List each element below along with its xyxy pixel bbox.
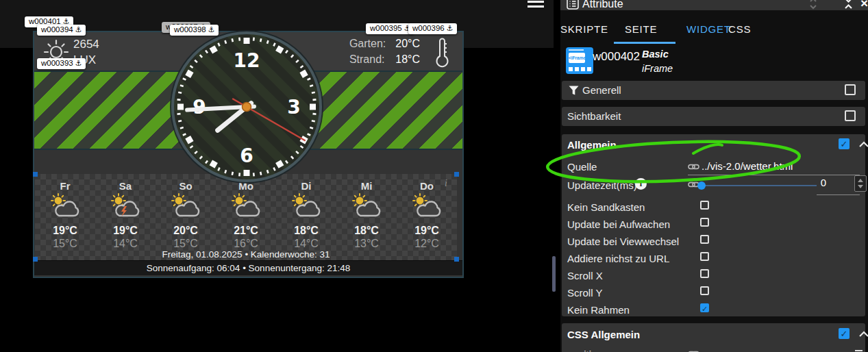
field-row-kein-sandkasten: Kein Sandkasten [562,200,865,217]
anchor-label-w000395[interactable]: w000395⚓ [366,23,414,34]
selection-handle[interactable] [454,172,459,177]
field-row-scroll-x: Scroll X [562,268,865,286]
attributes-panel: Attribute × SEITEWIDGETCSSSKRIPTE <iFram… [560,0,868,352]
link-icon[interactable] [688,349,699,352]
field-row-scroll-y: Scroll Y [562,286,865,303]
close-icon[interactable]: × [860,0,868,10]
section-allgemein-checkbox[interactable]: ✓ [839,138,850,149]
section-generell-checkbox[interactable] [845,84,856,95]
widget-set: Basic [642,49,669,60]
quelle-input[interactable]: ../vis-2.0/wetter.html [702,160,793,172]
section-css-checkbox[interactable]: ✓ [839,328,850,339]
forecast-low-temp: 15°C [53,237,77,250]
updatezeit-slider-handle[interactable] [697,181,706,190]
field-label: Scroll X [567,270,603,281]
sun-cloud-icon [170,193,201,221]
panel-tabs: SEITEWIDGETCSSSKRIPTE [560,19,868,45]
section-sichtbarkeit-checkbox[interactable] [845,110,856,121]
forecast-day-label: Sa [119,180,132,192]
clock-center-cap [243,103,251,112]
collapse-panel-icon[interactable] [844,0,853,10]
field-row-kein-rahmen: Kein Rahmen✓ [562,303,865,320]
forecast-high-temp: 19°C [113,224,138,237]
field-label: Kein Rahmen [567,304,630,316]
field-checkbox[interactable] [700,252,709,261]
anchor-label-text: w000393 [41,60,73,68]
anchor-icon: ⚓ [75,26,82,34]
panel-header: Attribute × [560,0,868,10]
forecast-widget[interactable]: i Freitag, 01.08.2025 • Kalenderwoche: 3… [35,174,457,260]
svg-text:3: 3 [287,96,300,118]
chevron-up-icon[interactable] [859,331,868,337]
section-title[interactable]: Allgemein [567,139,617,151]
view-canvas: 2654 LUX Garten:20°CStrand:18°C i [0,0,560,352]
spinner-down-icon[interactable] [858,185,863,188]
forecast-day-column: Sa19°C14°C [96,174,155,250]
field-checkbox[interactable] [700,286,709,295]
section-sichtbarkeit[interactable]: Sichtbarkeit [562,107,865,126]
forecast-low-temp: 15°C [173,237,198,250]
sunrise-sunset-line: Sonnenaufgang: 06:04 • Sonnenuntergang: … [34,260,462,275]
field-row-update-bei-viewwechsel: Update bei Viewwechsel [562,234,865,251]
field-row-update-bei-aufwachen: Update bei Aufwachen [562,217,865,234]
anchor-label-w000398[interactable]: w000398⚓ [170,25,219,36]
sun-cloud-icon [230,193,262,221]
info-icon[interactable]: i [445,178,447,189]
section-css-allgemein: CSS Allgemein ✓ position [562,323,865,352]
field-checkbox[interactable] [700,269,709,278]
selection-handle[interactable] [454,257,459,262]
svg-text:12: 12 [234,49,260,72]
section-title[interactable]: CSS Allgemein [567,329,640,340]
widget-type: iFrame [642,63,673,74]
move-up-down-icons[interactable] [809,0,817,10]
storm-cloud-icon [110,193,141,221]
tab-widget[interactable]: WIDGET [686,23,731,35]
anchor-icon: ⚓ [75,60,82,67]
panel-title: Attribute [582,0,623,10]
anchor-label-w000396[interactable]: w000396⚓ [408,23,457,34]
iframe-widget-icon[interactable]: <iFrame> [566,47,593,74]
tab-skripte[interactable]: SKRIPTE [560,23,608,35]
input-underline [817,194,860,195]
field-checkbox[interactable]: ✓ [700,303,709,312]
sun-cloud-icon [411,193,443,221]
field-checkbox[interactable] [700,235,709,244]
menu-icon[interactable] [528,1,544,10]
weather-widget[interactable]: 2654 LUX Garten:20°CStrand:18°C i [33,31,464,278]
anchor-label-w000393[interactable]: w000393⚓ [37,58,86,69]
section-generell[interactable]: Generell [562,81,865,100]
field-row-addiere-nichst-zu-url: Addiere nichst zu URL [562,251,865,268]
selected-widget-info: <iFrame> w000402 Basic iFrame [560,45,868,78]
attributes-icon [567,0,579,10]
tab-css[interactable]: CSS [728,23,751,35]
anchor-label-text: w000396 [412,25,445,33]
analog-clock-widget[interactable]: 12369 [168,28,325,186]
field-label: Addiere nichst zu URL [567,253,669,264]
link-icon[interactable] [688,162,699,171]
selection-handle[interactable] [33,257,38,262]
anchor-icon: ⚓ [208,26,215,34]
anchor-label-text: w000394 [41,26,73,34]
spinner-up-icon[interactable] [858,179,863,182]
view-scrollbar-thumb[interactable] [552,256,556,292]
sun-cloud-icon [351,193,382,221]
chevron-up-icon[interactable] [859,141,868,147]
forecast-day-label: Mi [361,180,373,192]
updatezeit-value[interactable]: 0 [807,177,826,188]
anchor-label-w000394[interactable]: w000394⚓ [37,25,86,36]
selection-handle[interactable] [33,172,38,177]
forecast-low-temp: 16°C [234,237,258,250]
field-checkbox[interactable] [700,218,709,227]
thermometer-icon [434,37,450,68]
quelle-label: Quelle [567,161,597,173]
updatezeit-label: Updatezeit(ms) [567,179,637,191]
forecast-day-column: Do19°C12°C [397,174,456,250]
svg-text:6: 6 [240,144,253,167]
forecast-day-label: Fr [60,180,71,192]
forecast-low-temp: 12°C [414,237,439,250]
date-line: Freitag, 01.08.2025 • Kalenderwoche: 31 [35,249,457,260]
info-icon[interactable]: i [635,178,647,190]
field-checkbox[interactable] [700,201,709,210]
tab-seite[interactable]: SEITE [625,23,657,35]
updatezeit-slider-track[interactable] [702,185,817,186]
